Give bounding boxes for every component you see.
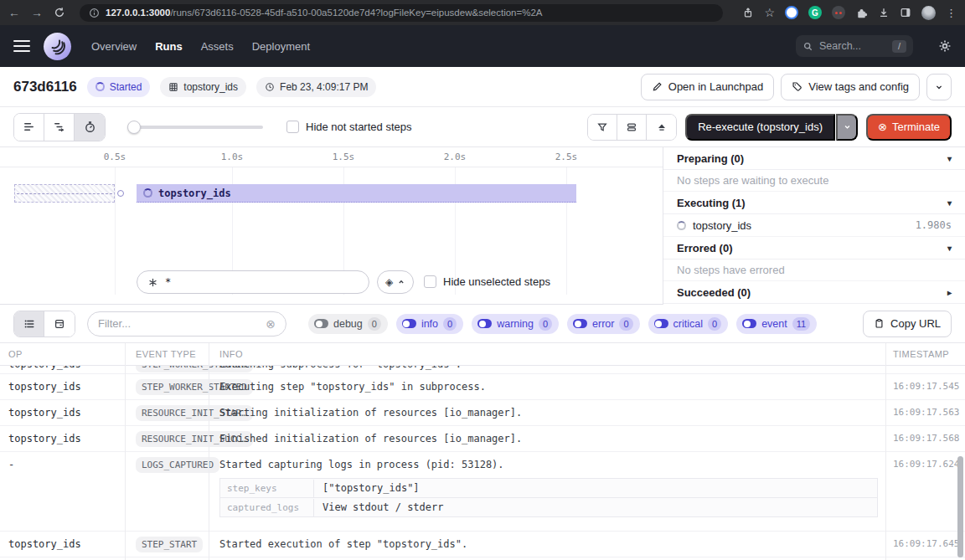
nav-item-overview[interactable]: Overview (91, 40, 137, 53)
run-actions-dropdown-button[interactable] (926, 74, 952, 100)
log-info-cell: Started capturing logs in process (pid: … (209, 452, 886, 531)
collapse-eject-icon[interactable] (647, 115, 676, 140)
log-timestamp (886, 366, 965, 374)
bookmark-star-icon[interactable]: ☆ (764, 6, 775, 19)
log-info-text: Launching subprocess for "topstory_ids". (219, 366, 886, 370)
vertical-scrollbar[interactable] (957, 456, 963, 557)
graph-options-button[interactable]: ◈ (377, 270, 414, 294)
log-table-header: OP EVENT TYPE INFO TIMESTAMP (0, 343, 965, 366)
log-op: - (0, 452, 126, 531)
spinner-icon (95, 82, 105, 91)
filter-chip-warning[interactable]: warning0 (472, 314, 559, 334)
side-panel-icon[interactable] (900, 7, 911, 18)
search-shortcut-key: / (892, 40, 906, 53)
step-row[interactable]: topstory_ids1.980s (663, 214, 965, 237)
axis-tick: 1.5s (333, 152, 355, 162)
log-row[interactable]: topstory_idsSTEP_WORKER_STARTEDExecuting… (0, 374, 965, 400)
browser-back-icon[interactable]: ← (8, 7, 20, 18)
nav-item-deployment[interactable]: Deployment (252, 40, 310, 53)
checkbox-box[interactable] (286, 121, 299, 133)
log-info-text: Starting initialization of resources [io… (219, 407, 886, 419)
log-row[interactable]: topstory_idsSTEP_STARTStarted execution … (0, 532, 965, 557)
nav-item-assets[interactable]: Assets (201, 40, 234, 53)
gantt-axis: 0.5s1.0s1.5s2.0s2.5s (0, 147, 663, 167)
gantt-gridline (115, 167, 116, 295)
extension-dark-icon[interactable] (832, 6, 845, 19)
log-info-cell: Launching subprocess for "topstory_ids". (209, 366, 886, 374)
step-selection-input[interactable] (165, 276, 359, 288)
checkbox-box[interactable] (424, 275, 436, 288)
chevron-down-icon (934, 82, 944, 92)
split-rows-icon[interactable] (617, 115, 647, 140)
log-info-text: Executing step "topstory_ids" in subproc… (219, 381, 886, 393)
log-row[interactable]: -LOGS_CAPTUREDStarted capturing logs in … (0, 452, 965, 532)
flat-view-icon[interactable] (14, 114, 44, 141)
browser-menu-icon[interactable]: ⋮ (946, 7, 957, 19)
dagster-logo[interactable] (44, 33, 71, 60)
gear-icon[interactable] (938, 39, 952, 53)
reexecute-button[interactable]: Re-execute (topstory_ids) (685, 114, 835, 141)
hide-unselected-checkbox[interactable]: Hide unselected steps (424, 275, 550, 288)
log-level-chips: debug0info0warning0error0critical0event1… (308, 314, 817, 334)
step-section-header[interactable]: Executing (1)▾ (663, 192, 965, 214)
axis-tick: 2.0s (444, 152, 467, 162)
address-bar[interactable]: 127.0.0.1:3000/runs/673d6116-0528-45df-a… (80, 4, 723, 22)
copy-url-button[interactable]: Copy URL (863, 311, 952, 337)
extension-grammarly-icon[interactable]: G (808, 6, 822, 19)
log-row[interactable]: topstory_idsRESOURCE_INIT_STAR…Starting … (0, 400, 965, 426)
job-name: topstory_ids (183, 81, 238, 93)
nav-item-runs[interactable]: Runs (155, 40, 183, 53)
log-row[interactable]: topstory_idsRESOURCE_INIT_SUCC…Finished … (0, 426, 965, 452)
step-section-header[interactable]: Succeeded (0)▸ (663, 281, 965, 304)
chip-count: 0 (708, 317, 721, 331)
filter-funnel-icon[interactable] (588, 115, 617, 140)
run-id: 673d6116 (13, 79, 77, 95)
log-detail-value[interactable]: View stdout / stderr (314, 498, 452, 516)
chip-label: event (761, 318, 787, 330)
filter-chip-event[interactable]: event11 (736, 314, 817, 334)
terminate-button[interactable]: ⊗ Terminate (866, 114, 952, 141)
clear-filter-icon[interactable]: ⊗ (266, 318, 276, 330)
hide-not-started-checkbox[interactable]: Hide not started steps (286, 121, 411, 133)
download-icon[interactable] (878, 7, 890, 18)
share-icon[interactable] (742, 7, 754, 18)
structured-view-icon[interactable] (44, 311, 75, 337)
reexecute-dropdown-button[interactable] (836, 114, 858, 141)
log-filter-input[interactable] (98, 317, 259, 330)
log-toolbar: ⊗ debug0info0warning0error0critical0even… (0, 305, 965, 343)
gantt-step-label: topstory_ids (158, 188, 231, 199)
log-row[interactable]: topstory_idsSTEP_WORKER_STARTI…Launching… (0, 366, 965, 374)
search-input[interactable]: Search... / (796, 35, 913, 57)
view-tags-config-button[interactable]: View tags and config (781, 74, 920, 100)
waterfall-view-icon[interactable] (44, 114, 75, 141)
col-timestamp: TIMESTAMP (886, 349, 965, 359)
gantt-preparing-bar (14, 184, 115, 203)
slider-thumb[interactable] (127, 121, 141, 134)
gantt-step-bar[interactable]: topstory_ids (137, 184, 576, 203)
filter-chip-info[interactable]: info0 (396, 314, 463, 334)
browser-forward-icon[interactable]: → (31, 7, 43, 18)
profile-avatar[interactable] (921, 6, 936, 20)
browser-reload-icon[interactable] (54, 7, 65, 18)
list-view-icon[interactable] (14, 311, 44, 337)
gantt-zoom-slider[interactable] (127, 121, 263, 134)
job-tag[interactable]: topstory_ids (160, 77, 246, 97)
extensions-puzzle-icon[interactable] (855, 7, 868, 19)
open-in-launchpad-button[interactable]: Open in Launchpad (641, 74, 774, 100)
log-op: topstory_ids (0, 426, 126, 451)
log-event-type-cell: RESOURCE_INIT_SUCC… (126, 426, 209, 451)
log-info-text: Finished initialization of resources [io… (219, 433, 886, 444)
step-section-header[interactable]: Errored (0)▾ (663, 237, 965, 259)
timed-view-icon[interactable] (75, 114, 105, 141)
filter-chip-critical[interactable]: critical0 (648, 314, 729, 334)
site-info-icon[interactable] (89, 8, 100, 18)
log-detail-value: ["topstory_ids"] (314, 479, 428, 497)
filter-chip-error[interactable]: error0 (567, 314, 640, 334)
step-name: topstory_ids (693, 219, 751, 232)
step-section-header[interactable]: Preparing (0)▾ (663, 147, 965, 170)
search-icon (802, 41, 813, 52)
caret-icon: ▾ (947, 154, 952, 163)
hamburger-menu-icon[interactable] (13, 40, 30, 53)
filter-chip-debug[interactable]: debug0 (308, 314, 388, 334)
extension-clock-icon[interactable] (785, 6, 798, 19)
